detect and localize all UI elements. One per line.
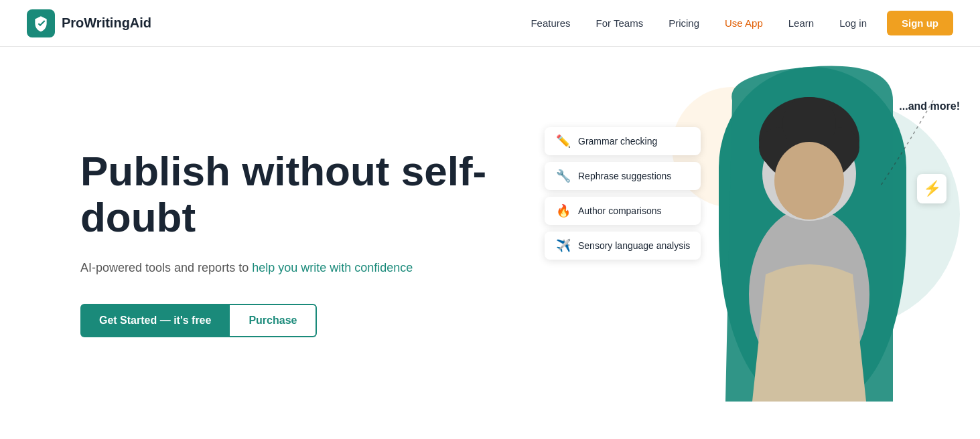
hero-section: Publish without self-doubt AI-powered to… (0, 47, 980, 439)
signup-button[interactable]: Sign up (887, 11, 953, 35)
sensory-icon: ✈️ (555, 238, 571, 253)
feature-grammar: ✏️ Grammar checking (545, 127, 701, 155)
nav-for-teams[interactable]: For Teams (585, 12, 654, 34)
grammar-icon: ✏️ (555, 134, 571, 149)
nav-use-app[interactable]: Use App (714, 12, 774, 34)
nav-features[interactable]: Features (520, 12, 581, 34)
svg-point-6 (774, 142, 844, 220)
purchase-button[interactable]: Purchase (230, 304, 317, 337)
nav-pricing[interactable]: Pricing (658, 12, 710, 34)
grammar-label: Grammar checking (578, 136, 657, 147)
rephrase-label: Rephrase suggestions (578, 171, 671, 181)
sensory-label: Sensory language analysis (578, 240, 690, 251)
logo-icon (27, 9, 55, 37)
feature-cards: ✏️ Grammar checking 🔧 Rephrase suggestio… (545, 127, 701, 260)
main-nav: Features For Teams Pricing Use App Learn… (520, 11, 953, 35)
hero-left: Publish without self-doubt AI-powered to… (80, 149, 536, 337)
logo-text: ProWritingAid (62, 15, 151, 31)
author-label: Author comparisons (578, 205, 662, 216)
hero-subtitle: AI-powered tools and reports to help you… (80, 259, 536, 277)
feature-author: 🔥 Author comparisons (545, 197, 701, 225)
header: ProWritingAid Features For Teams Pricing… (0, 0, 980, 47)
rephrase-icon: 🔧 (555, 169, 571, 183)
hero-title: Publish without self-doubt (80, 149, 536, 240)
hero-right: ✏️ Grammar checking 🔧 Rephrase suggestio… (524, 47, 980, 439)
author-icon: 🔥 (555, 203, 571, 218)
subtitle-highlight: help you write with confidence (252, 261, 413, 274)
dotted-curve (866, 94, 947, 201)
subtitle-text: AI-powered tools and reports to (80, 261, 252, 274)
logo[interactable]: ProWritingAid (27, 9, 151, 37)
nav-learn[interactable]: Learn (778, 12, 825, 34)
cta-buttons: Get Started — it's free Purchase (80, 304, 536, 337)
get-started-button[interactable]: Get Started — it's free (80, 304, 230, 337)
nav-login[interactable]: Log in (829, 12, 878, 34)
feature-rephrase: 🔧 Rephrase suggestions (545, 162, 701, 190)
feature-sensory: ✈️ Sensory language analysis (545, 232, 701, 260)
